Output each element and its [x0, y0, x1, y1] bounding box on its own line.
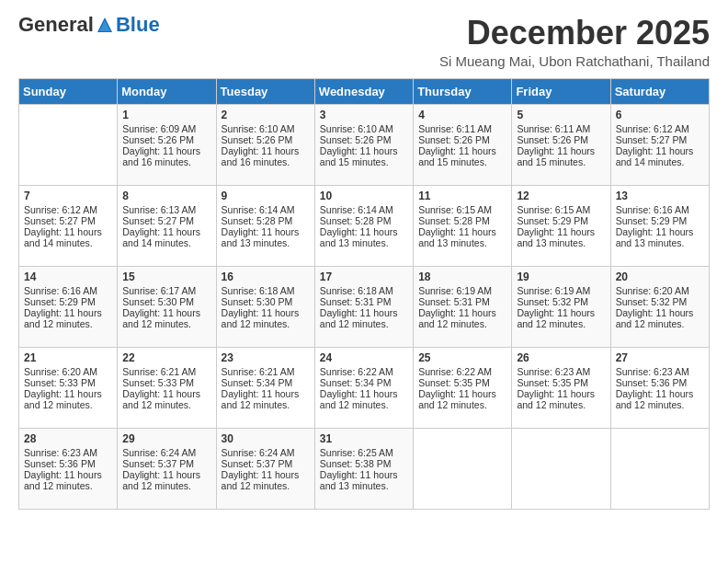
day-info-line: Sunset: 5:33 PM	[24, 377, 112, 388]
day-number: 28	[24, 432, 112, 445]
day-number: 23	[222, 351, 310, 364]
day-info-line: Sunrise: 6:25 AM	[320, 447, 408, 458]
day-number: 11	[418, 190, 506, 202]
day-info-line: Daylight: 11 hours and 12 minutes.	[517, 388, 605, 410]
day-info-line: Sunrise: 6:14 AM	[222, 204, 310, 215]
calendar-day-cell: 16Sunrise: 6:18 AMSunset: 5:30 PMDayligh…	[216, 266, 314, 347]
day-number: 13	[616, 190, 704, 202]
calendar-day-cell: 20Sunrise: 6:20 AMSunset: 5:32 PMDayligh…	[610, 266, 709, 347]
page-header: General Blue December 2025 Si Mueang Mai…	[18, 15, 710, 69]
day-number: 26	[517, 351, 605, 364]
day-info-line: Sunset: 5:30 PM	[222, 296, 310, 307]
calendar-day-cell: 17Sunrise: 6:18 AMSunset: 5:31 PMDayligh…	[314, 266, 413, 347]
calendar-day-cell: 7Sunrise: 6:12 AMSunset: 5:27 PMDaylight…	[19, 185, 118, 266]
day-info-line: Sunrise: 6:18 AM	[320, 285, 408, 296]
day-info-line: Sunset: 5:38 PM	[320, 458, 408, 469]
calendar-day-cell: 9Sunrise: 6:14 AMSunset: 5:28 PMDaylight…	[216, 185, 314, 266]
day-info-line: Sunset: 5:35 PM	[517, 377, 605, 388]
day-info-line: Sunrise: 6:15 AM	[517, 204, 605, 215]
day-info-line: Daylight: 11 hours and 12 minutes.	[222, 388, 310, 410]
calendar-day-cell: 3Sunrise: 6:10 AMSunset: 5:26 PMDaylight…	[314, 104, 413, 185]
day-info-line: Daylight: 11 hours and 12 minutes.	[122, 388, 210, 410]
day-info-line: Sunrise: 6:23 AM	[517, 366, 605, 377]
calendar-day-cell: 22Sunrise: 6:21 AMSunset: 5:33 PMDayligh…	[118, 347, 216, 428]
calendar-day-cell: 14Sunrise: 6:16 AMSunset: 5:29 PMDayligh…	[19, 266, 118, 347]
day-number: 10	[320, 190, 408, 202]
day-info-line: Sunrise: 6:18 AM	[222, 285, 310, 296]
day-info-line: Sunrise: 6:23 AM	[616, 366, 704, 377]
day-info-line: Daylight: 11 hours and 14 minutes.	[122, 226, 210, 248]
day-info-line: Sunset: 5:28 PM	[222, 215, 310, 226]
calendar-day-cell: 4Sunrise: 6:11 AMSunset: 5:26 PMDaylight…	[414, 104, 512, 185]
calendar-week-row: 21Sunrise: 6:20 AMSunset: 5:33 PMDayligh…	[19, 347, 710, 428]
day-info-line: Daylight: 11 hours and 12 minutes.	[122, 307, 210, 329]
day-info-line: Sunset: 5:37 PM	[222, 458, 310, 469]
calendar-header: SundayMondayTuesdayWednesdayThursdayFrid…	[19, 78, 710, 104]
day-info-line: Daylight: 11 hours and 13 minutes.	[418, 226, 506, 248]
day-info-line: Daylight: 11 hours and 13 minutes.	[222, 226, 310, 248]
day-number: 12	[517, 190, 605, 202]
day-number: 22	[122, 351, 210, 364]
calendar-body: 1Sunrise: 6:09 AMSunset: 5:26 PMDaylight…	[19, 104, 710, 509]
day-info-line: Sunrise: 6:10 AM	[222, 123, 310, 134]
calendar-day-cell	[414, 428, 512, 509]
day-info-line: Sunrise: 6:20 AM	[616, 285, 704, 296]
day-number: 8	[122, 190, 210, 202]
days-of-week-row: SundayMondayTuesdayWednesdayThursdayFrid…	[19, 78, 710, 104]
calendar-day-cell: 31Sunrise: 6:25 AMSunset: 5:38 PMDayligh…	[314, 428, 413, 509]
day-number: 15	[122, 270, 210, 283]
day-info-line: Sunset: 5:27 PM	[122, 215, 210, 226]
day-info-line: Daylight: 11 hours and 14 minutes.	[616, 145, 704, 167]
day-info-line: Daylight: 11 hours and 12 minutes.	[222, 307, 310, 329]
calendar-day-cell	[19, 104, 118, 185]
day-number: 17	[320, 270, 408, 283]
day-of-week-header: Sunday	[19, 78, 118, 104]
logo-blue-text: Blue	[116, 15, 160, 35]
day-info-line: Daylight: 11 hours and 16 minutes.	[122, 145, 210, 167]
day-info-line: Daylight: 11 hours and 12 minutes.	[320, 388, 408, 410]
day-info-line: Daylight: 11 hours and 12 minutes.	[616, 388, 704, 410]
day-info-line: Sunrise: 6:12 AM	[24, 204, 112, 215]
day-info-line: Daylight: 11 hours and 13 minutes.	[616, 226, 704, 248]
day-info-line: Sunset: 5:30 PM	[122, 296, 210, 307]
day-number: 9	[222, 190, 310, 202]
calendar-day-cell: 8Sunrise: 6:13 AMSunset: 5:27 PMDaylight…	[118, 185, 216, 266]
day-info-line: Sunset: 5:36 PM	[616, 377, 704, 388]
day-info-line: Daylight: 11 hours and 15 minutes.	[517, 145, 605, 167]
day-info-line: Sunrise: 6:12 AM	[616, 123, 704, 134]
day-of-week-header: Tuesday	[216, 78, 314, 104]
day-info-line: Daylight: 11 hours and 12 minutes.	[517, 307, 605, 329]
location-subtitle: Si Mueang Mai, Ubon Ratchathani, Thailan…	[439, 53, 710, 69]
day-info-line: Sunrise: 6:15 AM	[418, 204, 506, 215]
day-number: 3	[320, 109, 408, 121]
day-number: 27	[616, 351, 704, 364]
day-info-line: Daylight: 11 hours and 12 minutes.	[222, 469, 310, 491]
calendar-day-cell: 6Sunrise: 6:12 AMSunset: 5:27 PMDaylight…	[610, 104, 709, 185]
day-info-line: Sunset: 5:26 PM	[517, 134, 605, 145]
day-info-line: Sunrise: 6:22 AM	[418, 366, 506, 377]
calendar-day-cell: 28Sunrise: 6:23 AMSunset: 5:36 PMDayligh…	[19, 428, 118, 509]
calendar-day-cell: 26Sunrise: 6:23 AMSunset: 5:35 PMDayligh…	[512, 347, 610, 428]
day-info-line: Sunrise: 6:16 AM	[616, 204, 704, 215]
day-info-line: Sunrise: 6:23 AM	[24, 447, 112, 458]
day-info-line: Sunset: 5:28 PM	[418, 215, 506, 226]
calendar-day-cell: 11Sunrise: 6:15 AMSunset: 5:28 PMDayligh…	[414, 185, 512, 266]
calendar-day-cell: 18Sunrise: 6:19 AMSunset: 5:31 PMDayligh…	[414, 266, 512, 347]
day-info-line: Daylight: 11 hours and 13 minutes.	[320, 469, 408, 491]
day-number: 4	[418, 109, 506, 121]
calendar-day-cell: 27Sunrise: 6:23 AMSunset: 5:36 PMDayligh…	[610, 347, 709, 428]
calendar-day-cell: 12Sunrise: 6:15 AMSunset: 5:29 PMDayligh…	[512, 185, 610, 266]
calendar-table: SundayMondayTuesdayWednesdayThursdayFrid…	[18, 78, 710, 510]
calendar-day-cell: 1Sunrise: 6:09 AMSunset: 5:26 PMDaylight…	[118, 104, 216, 185]
logo-general-text: General	[18, 15, 94, 35]
day-info-line: Sunset: 5:29 PM	[616, 215, 704, 226]
day-info-line: Sunrise: 6:17 AM	[122, 285, 210, 296]
day-info-line: Sunset: 5:28 PM	[320, 215, 408, 226]
day-number: 19	[517, 270, 605, 283]
day-number: 24	[320, 351, 408, 364]
day-info-line: Sunset: 5:29 PM	[517, 215, 605, 226]
day-number: 2	[222, 109, 310, 121]
calendar-week-row: 1Sunrise: 6:09 AMSunset: 5:26 PMDaylight…	[19, 104, 710, 185]
day-of-week-header: Wednesday	[314, 78, 413, 104]
day-info-line: Sunrise: 6:11 AM	[517, 123, 605, 134]
